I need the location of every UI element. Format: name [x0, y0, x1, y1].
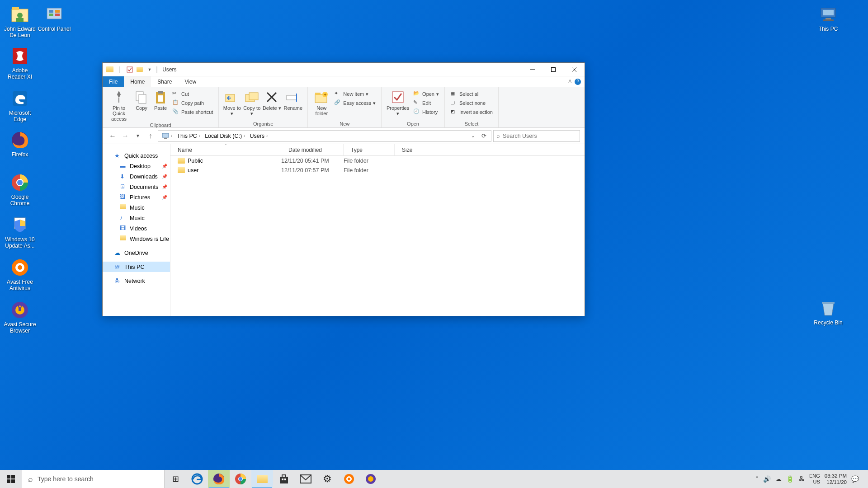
action-center-icon[interactable]: 💬: [851, 475, 859, 483]
paste-shortcut-button[interactable]: 📎Paste shortcut: [170, 108, 215, 116]
select-none-button[interactable]: ▢Select none: [448, 99, 495, 107]
desktop-icon-user-folder[interactable]: John Edward De Leon: [3, 5, 37, 38]
taskbar-edge[interactable]: [186, 470, 208, 488]
nav-documents[interactable]: 🖺Documents📌: [103, 182, 170, 192]
start-button[interactable]: [0, 470, 22, 488]
up-button[interactable]: ↑: [145, 131, 156, 141]
maximize-button[interactable]: [543, 63, 564, 76]
ribbon-tabs: File Home Share View ᐱ ?: [103, 76, 585, 87]
volume-icon[interactable]: 🔊: [763, 475, 771, 483]
column-header-date[interactable]: Date modified: [281, 144, 344, 155]
tab-file[interactable]: File: [103, 76, 124, 87]
open-button[interactable]: 📂Open ▾: [411, 90, 441, 98]
nav-desktop[interactable]: ▬Desktop📌: [103, 161, 170, 171]
forward-button[interactable]: →: [120, 131, 131, 141]
titlebar[interactable]: | ▼ | Users: [103, 63, 585, 76]
collapse-ribbon-icon[interactable]: ᐱ: [568, 79, 572, 84]
breadcrumb-item[interactable]: Users›: [248, 133, 269, 139]
network-icon[interactable]: 🖧: [798, 475, 805, 483]
select-all-button[interactable]: ▦Select all: [448, 90, 495, 98]
column-header-type[interactable]: Type: [344, 144, 395, 155]
invert-selection-button[interactable]: ◩Invert selection: [448, 108, 495, 116]
desktop-icon-control-panel[interactable]: Control Panel: [37, 5, 71, 32]
qat-properties-icon[interactable]: [125, 65, 134, 74]
desktop-icon-label: John Edward De Leon: [3, 26, 37, 38]
copy-to-button[interactable]: Copy to ▾: [242, 89, 261, 116]
taskbar-firefox[interactable]: [208, 470, 230, 488]
nav-onedrive[interactable]: ☁OneDrive: [103, 248, 170, 258]
nav-this-pc[interactable]: 🖳This PC: [103, 262, 170, 272]
task-view-button[interactable]: ⊞: [165, 470, 186, 488]
new-folder-button[interactable]: ✦ New folder: [311, 89, 331, 116]
clock[interactable]: 03:32 PM 12/11/20: [825, 473, 847, 485]
refresh-button[interactable]: ⟳: [478, 131, 489, 141]
back-button[interactable]: ←: [107, 131, 118, 141]
battery-icon[interactable]: 🔋: [786, 475, 794, 483]
taskbar-file-explorer[interactable]: [251, 470, 273, 488]
delete-button[interactable]: Delete ▾: [262, 89, 281, 111]
desktop-icon-avast[interactable]: Avast Free Antivirus: [3, 258, 37, 291]
navigation-pane[interactable]: ★Quick access ▬Desktop📌 ⬇Downloads📌 🖺Doc…: [103, 144, 170, 316]
address-bar[interactable]: › This PC› Local Disk (C:)› Users› ⌄ ⟳: [158, 130, 491, 142]
desktop-icon-adobe-reader[interactable]: Adobe Reader XI: [3, 46, 37, 80]
pin-icon: 📌: [162, 195, 167, 200]
recent-locations-button[interactable]: ▼: [132, 131, 143, 141]
desktop-icon-chrome[interactable]: Google Chrome: [3, 173, 37, 206]
desktop-icon-edge[interactable]: Microsoft Edge: [3, 89, 37, 122]
breadcrumb-item[interactable]: This PC›: [175, 133, 202, 139]
taskbar-mail[interactable]: [295, 470, 316, 488]
qat-dropdown-icon[interactable]: ▼: [145, 65, 154, 74]
taskbar-store[interactable]: [273, 470, 295, 488]
desktop-icon-firefox[interactable]: Firefox: [3, 130, 37, 158]
new-item-button[interactable]: ✦New item ▾: [332, 90, 377, 98]
close-button[interactable]: [564, 63, 585, 76]
nav-music-2[interactable]: ♪Music: [103, 213, 170, 223]
taskbar-settings[interactable]: ⚙: [316, 470, 338, 488]
desktop-icon-recycle-bin[interactable]: Recycle Bin: [811, 298, 845, 326]
history-button[interactable]: 🕘History: [411, 108, 441, 116]
edit-button[interactable]: ✎Edit: [411, 99, 441, 107]
address-dropdown-button[interactable]: ⌄: [467, 131, 478, 141]
language-indicator[interactable]: ENG US: [809, 473, 820, 485]
file-row[interactable]: Public 12/11/20 05:41 PM File folder: [170, 156, 585, 165]
nav-pictures[interactable]: 🖼Pictures📌: [103, 192, 170, 202]
file-row[interactable]: user 12/11/20 07:57 PM File folder: [170, 165, 585, 175]
taskbar-chrome[interactable]: [230, 470, 251, 488]
pin-quick-access-button[interactable]: Pin to Quick access: [106, 89, 132, 122]
taskbar-search-input[interactable]: ⌕ Type here to search: [22, 470, 165, 488]
desktop-icon-this-pc[interactable]: This PC: [811, 5, 845, 32]
breadcrumb-item[interactable]: Local Disk (C:)›: [203, 133, 247, 139]
taskbar-avast-browser[interactable]: [360, 470, 382, 488]
help-icon[interactable]: ?: [575, 79, 581, 85]
copy-path-button[interactable]: 📋Copy path: [170, 99, 215, 107]
rename-button[interactable]: Rename: [282, 89, 304, 111]
folder-icon: [120, 235, 127, 243]
taskbar-avast[interactable]: [338, 470, 360, 488]
nav-network[interactable]: 🖧Network: [103, 276, 170, 286]
column-header-name[interactable]: Name˄: [170, 144, 281, 155]
tab-share[interactable]: Share: [151, 76, 178, 87]
move-to-button[interactable]: Move to ▾: [222, 89, 241, 116]
desktop-icon-avast-browser[interactable]: Avast Secure Browser: [3, 300, 37, 334]
nav-videos[interactable]: 🎞Videos: [103, 223, 170, 234]
tab-view[interactable]: View: [178, 76, 203, 87]
nav-windows-is-life[interactable]: Windows is Life: [103, 234, 170, 244]
copy-button[interactable]: Copy: [132, 89, 151, 111]
desktop-icon-win-update[interactable]: Windows 10 Update As...: [3, 215, 37, 249]
tray-overflow-icon[interactable]: ˄: [755, 475, 759, 483]
adobe-reader-icon: [10, 46, 30, 66]
tab-home[interactable]: Home: [124, 76, 151, 87]
nav-downloads[interactable]: ⬇Downloads📌: [103, 171, 170, 182]
paste-button[interactable]: Paste: [151, 89, 170, 111]
qat-new-folder-icon[interactable]: [135, 65, 144, 74]
onedrive-tray-icon[interactable]: ☁: [775, 475, 782, 483]
column-header-size[interactable]: Size: [395, 144, 427, 155]
easy-access-button[interactable]: 🔗Easy access ▾: [332, 99, 377, 107]
minimize-button[interactable]: [522, 63, 543, 76]
search-input[interactable]: ⌕ Search Users: [493, 130, 580, 142]
cut-button[interactable]: ✂Cut: [170, 90, 215, 98]
breadcrumb-pc-icon[interactable]: ›: [160, 133, 174, 139]
properties-button[interactable]: Properties ▾: [385, 89, 410, 116]
nav-music[interactable]: Music: [103, 202, 170, 213]
nav-quick-access[interactable]: ★Quick access: [103, 150, 170, 161]
